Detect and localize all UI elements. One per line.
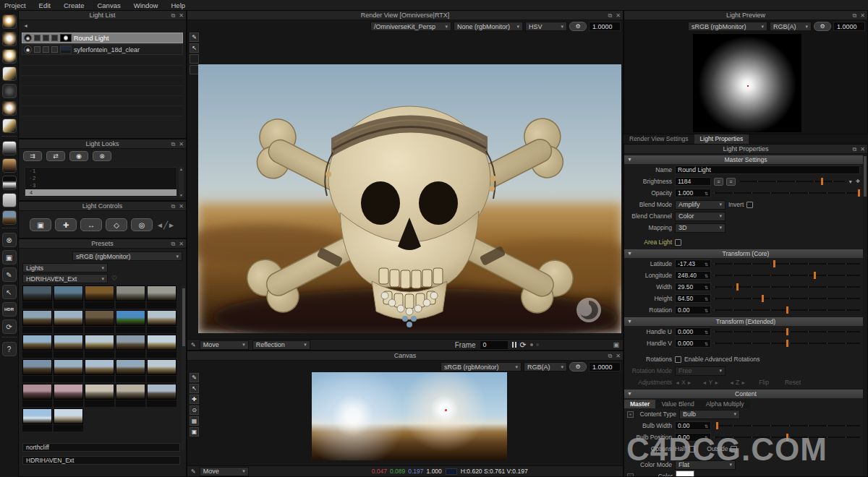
fit-tool-icon[interactable]: ▣ (190, 427, 199, 437)
float-panel-icon[interactable]: ⧉ (171, 139, 176, 149)
light-look-row[interactable]: · 1 (25, 168, 176, 175)
image-light-tool-icon[interactable] (2, 210, 17, 225)
pause-icon[interactable] (512, 342, 516, 348)
menu-canvas[interactable]: Canvas (97, 1, 120, 9)
section-collapse-icon[interactable]: ▼ (627, 390, 632, 398)
light-flag-icon[interactable] (34, 46, 41, 53)
preset-thumbnail[interactable] (147, 335, 176, 358)
spinner-icon[interactable]: ⇅ (705, 273, 708, 278)
close-panel-icon[interactable]: ✕ (860, 11, 865, 20)
collapse-arrow-icon[interactable]: ◄ (23, 23, 28, 28)
canvas-colorspace-dropdown[interactable]: sRGB (rgbMonitor)▾ (441, 362, 522, 371)
value-field[interactable]: 0.00⇅ (675, 421, 711, 430)
spinner-icon[interactable]: ⇅ (705, 330, 708, 335)
tab-value-blend[interactable]: Value Blend (655, 400, 699, 408)
delete-light-icon[interactable]: ⊗ (2, 233, 17, 247)
preset-thumbnail[interactable] (85, 359, 114, 382)
select-tool-icon[interactable]: ↖ (190, 384, 199, 393)
light-look-row[interactable]: · 2 (25, 175, 176, 182)
preset-thumbnail[interactable] (147, 359, 176, 382)
close-panel-icon[interactable]: ✕ (616, 351, 621, 361)
presets-header[interactable]: Presets ⧉ ✕ (19, 239, 186, 249)
render-tool-dropdown[interactable]: Move▾ (200, 340, 249, 350)
exposure-gear-icon[interactable]: ⚙ (569, 22, 587, 31)
presets-category-dropdown[interactable]: Lights▾ (22, 263, 108, 272)
content-type-dropdown[interactable]: Bulb▾ (679, 410, 740, 419)
value-slider[interactable] (714, 263, 860, 265)
close-panel-icon[interactable]: ✕ (179, 11, 184, 20)
render-channel-dropdown[interactable]: HSV▾ (525, 22, 567, 31)
scrim-light-tool-icon[interactable] (2, 158, 17, 173)
light-look-row[interactable]: 4 (25, 189, 176, 196)
control-drag-icon[interactable]: ▣ (30, 218, 51, 231)
card-light-tool-icon[interactable] (2, 193, 17, 207)
preset-thumbnail[interactable] (116, 384, 145, 407)
light-flag-icon[interactable] (34, 35, 41, 41)
preset-thumbnail[interactable] (54, 335, 83, 358)
section-master-settings[interactable]: ▼ Master Settings (624, 155, 867, 164)
preset-thumbnail[interactable] (116, 285, 145, 309)
preset-thumbnail[interactable] (22, 408, 52, 431)
value-field[interactable]: 0.000⇅ (675, 327, 711, 336)
presets-colorspace-dropdown[interactable]: sRGB (rgbMonitor)▾ (72, 252, 182, 261)
value-slider[interactable] (714, 309, 860, 311)
exposure-gear-icon[interactable]: ⚙ (814, 22, 831, 31)
grid-tool-icon[interactable]: ▦ (190, 416, 199, 426)
strip-light-tool-icon[interactable] (2, 176, 17, 190)
preview-channel-dropdown[interactable]: RGB(A)▾ (770, 22, 812, 31)
canvas-channel-dropdown[interactable]: RGB(A)▾ (524, 362, 567, 371)
square-light-tool-icon[interactable] (2, 32, 17, 46)
brush-tool-icon[interactable]: ✎ (190, 373, 199, 382)
mapping-dropdown[interactable]: 3D▾ (675, 223, 726, 233)
float-panel-icon[interactable]: ⧉ (171, 202, 176, 211)
looks-snapshot-icon[interactable]: ◉ (69, 151, 88, 161)
invert-checkbox[interactable] (746, 202, 753, 208)
value-slider[interactable] (714, 425, 860, 426)
preset-thumbnail[interactable] (22, 335, 52, 358)
preset-thumbnail[interactable] (22, 384, 52, 407)
render-image[interactable] (198, 64, 621, 333)
preset-thumbnail[interactable] (85, 285, 114, 309)
expand-box-icon[interactable]: + (627, 473, 634, 477)
control-scale-icon[interactable]: ↔ (80, 218, 102, 231)
close-panel-icon[interactable]: ✕ (179, 202, 184, 211)
presets-scrollbar[interactable] (182, 285, 186, 450)
light-flag-icon[interactable] (51, 35, 58, 41)
tab-render-view-settings[interactable]: Render View Settings (624, 134, 694, 144)
menu-window[interactable]: Window (134, 1, 158, 9)
favorite-heart-icon[interactable]: ♡ (111, 275, 117, 282)
spinner-icon[interactable]: ⇅ (705, 262, 708, 267)
opacity-slider[interactable] (714, 192, 860, 194)
advanced-rotations-checkbox[interactable] (675, 356, 681, 363)
brush-tool-icon[interactable]: ✎ (190, 33, 199, 42)
tool-slot[interactable] (190, 54, 199, 64)
canvas-header[interactable]: Canvas ⧉ ✕ (187, 351, 623, 361)
preview-exposure-value[interactable]: 1.0000 (833, 22, 865, 31)
looks-delete-icon[interactable]: ⊗ (93, 151, 111, 161)
brightness-slider[interactable] (739, 181, 845, 182)
select-tool-icon[interactable]: ↖ (190, 43, 199, 53)
preset-thumbnail[interactable] (147, 310, 176, 333)
name-field[interactable]: Round Light (675, 166, 860, 174)
brightness-increment-icon[interactable]: = (726, 178, 736, 186)
preset-library-field[interactable]: HDRIHAVEN_Ext (22, 456, 180, 465)
spinner-icon[interactable]: ⇅ (705, 285, 708, 290)
fit-view-icon[interactable]: ▣ (613, 341, 619, 348)
spinner-icon[interactable]: ⇅ (705, 341, 708, 346)
preset-thumbnail[interactable] (116, 359, 145, 382)
preset-name-field[interactable]: northcliff (22, 443, 180, 452)
section-collapse-icon[interactable]: ▼ (627, 155, 632, 164)
tab-master[interactable]: Master (624, 400, 655, 408)
menu-create[interactable]: Create (64, 1, 85, 9)
blend-mode-dropdown[interactable]: Amplify▾ (675, 200, 726, 210)
value-slider[interactable] (714, 298, 860, 299)
menu-edit[interactable]: Edit (39, 1, 51, 9)
frame-input[interactable]: 0 (480, 340, 509, 350)
preset-thumbnail[interactable] (54, 408, 83, 431)
menu-project[interactable]: Project (4, 1, 26, 9)
value-slider[interactable] (714, 343, 860, 344)
zoom-tool-icon[interactable]: ⊙ (190, 405, 199, 415)
float-panel-icon[interactable]: ⧉ (853, 11, 857, 20)
pick-arrow-icon[interactable]: ↖ (2, 285, 17, 299)
control-target-icon[interactable]: ◎ (131, 218, 153, 231)
